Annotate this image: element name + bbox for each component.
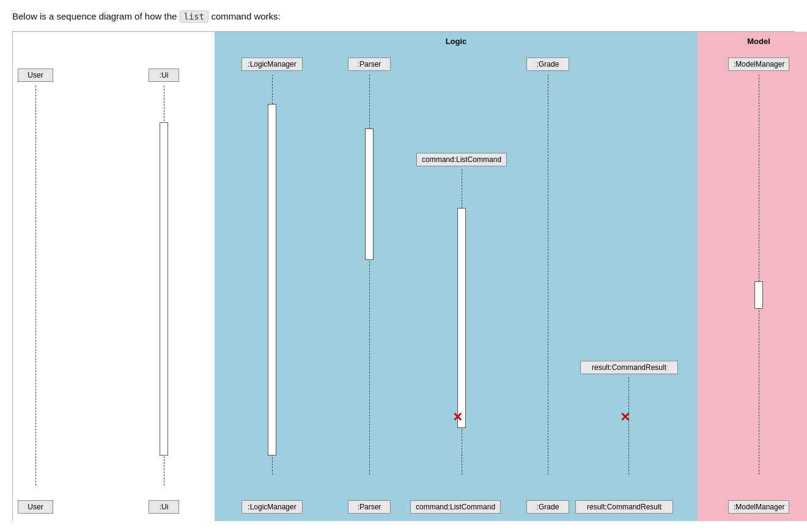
intro-before: Below is a sequence diagram of how the (12, 11, 177, 21)
logic-area: Logic :LogicManager :Parser command:List… (215, 32, 698, 521)
model-label: Model (698, 34, 807, 48)
page-container: Below is a sequence diagram of how the l… (0, 0, 807, 531)
command-list-command-box: command:ListCommand (416, 153, 507, 166)
result-command-result-box: result:CommandResult (580, 361, 678, 374)
user-lifeline (35, 86, 36, 486)
command-list-command-actor-bottom: command:ListCommand (410, 500, 501, 514)
logic-label: Logic (215, 34, 698, 48)
sequence-diagram: getUserCommand() "list" getCommand() par… (12, 31, 795, 520)
grade-lifeline (548, 75, 548, 475)
model-manager-actor-top: :ModelManager (728, 57, 789, 71)
ui-actor-bottom: :Ui (149, 500, 179, 514)
left-area: User :Ui User :Ui (13, 32, 215, 521)
command-list-command-activation (457, 208, 466, 428)
result-command-result-lifeline (628, 377, 629, 475)
ui-activation (160, 122, 168, 456)
result-command-result-x: ✕ (620, 411, 630, 423)
user-actor-top: User (18, 68, 53, 82)
parser-actor-bottom: :Parser (348, 500, 391, 514)
user-actor-bottom: User (18, 500, 53, 514)
logic-manager-activation (268, 104, 276, 456)
logic-manager-actor-bottom: :LogicManager (241, 500, 303, 514)
intro-after: command works: (211, 11, 280, 21)
parser-actor-top: :Parser (348, 57, 391, 71)
model-manager-lifeline (759, 75, 759, 475)
result-command-result-actor-bottom: result:CommandResult (575, 500, 673, 514)
list-code: list (180, 10, 209, 23)
parser-activation (365, 128, 374, 260)
logic-manager-actor-top: :LogicManager (241, 57, 303, 71)
command-list-x: ✕ (452, 411, 463, 423)
grade-actor-top: :Grade (526, 57, 569, 71)
intro-text: Below is a sequence diagram of how the l… (12, 11, 795, 21)
grade-actor-bottom: :Grade (526, 500, 569, 514)
model-area: Model :ModelManager :ModelManager (698, 32, 807, 521)
ui-actor-top: :Ui (149, 68, 179, 82)
model-manager-actor-bottom: :ModelManager (728, 500, 789, 514)
model-manager-activation (754, 281, 763, 309)
